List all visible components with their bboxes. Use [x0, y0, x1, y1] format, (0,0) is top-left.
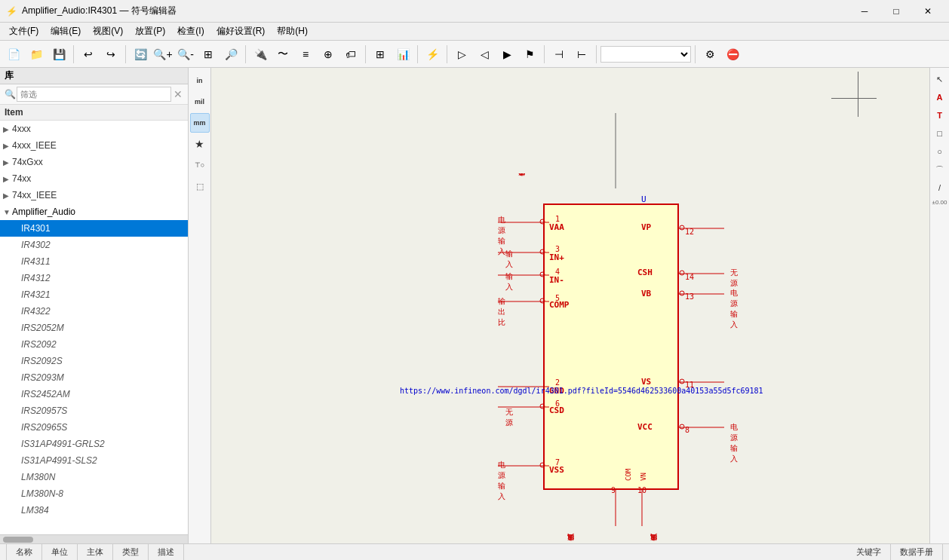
- titlebar: ⚡ Amplifier_Audio:IR4301 — 符号编辑器 ─ □ ✕: [0, 0, 949, 23]
- status-name: 名称: [6, 544, 42, 560]
- minimize-button[interactable]: ─: [849, 4, 880, 19]
- settings-button[interactable]: ⚙: [699, 44, 720, 65]
- tree-item-74xgxx[interactable]: ▶ 74xGxx: [0, 154, 188, 170]
- pin-com-name: COM: [625, 443, 632, 481]
- text-button[interactable]: A: [932, 89, 948, 106]
- close-button[interactable]: ✕: [913, 4, 943, 19]
- pin-button[interactable]: 🔌: [250, 44, 271, 65]
- tree-item-is31ap4991-sls2[interactable]: IS31AP4991-SLS2: [0, 452, 188, 469]
- pin-vb-line: [679, 293, 724, 295]
- zoom-combo[interactable]: 100% 75% 50%: [600, 46, 691, 63]
- tree-item-ir4312[interactable]: IR4312: [0, 270, 188, 286]
- menu-file[interactable]: 文件(F): [3, 23, 45, 40]
- tree-item-4xxx[interactable]: ▶ 4xxx: [0, 121, 188, 137]
- menu-place[interactable]: 放置(P): [129, 23, 171, 40]
- assign-button[interactable]: ⊢: [571, 44, 592, 65]
- search-input[interactable]: [17, 87, 171, 102]
- zoom-select-button[interactable]: 🔎: [220, 44, 241, 65]
- label-button[interactable]: 🏷: [340, 44, 361, 65]
- tree-item-irs2052m[interactable]: IRS2052M: [0, 320, 188, 336]
- arc-button[interactable]: ⌒: [932, 161, 948, 178]
- error-button[interactable]: ⛔: [722, 44, 743, 65]
- tree-item-4xxx-ieee[interactable]: ▶ 4xxx_IEEE: [0, 137, 188, 154]
- table-button[interactable]: 📊: [392, 44, 413, 65]
- zoom-out-button[interactable]: 🔍-: [175, 44, 196, 65]
- menubar: 文件(F) 编辑(E) 视图(V) 放置(P) 检查(I) 偏好设置(R) 帮助…: [0, 23, 949, 41]
- pin-bottom-label1: 入电源输出: [566, 501, 576, 543]
- refresh-button[interactable]: 🔄: [130, 44, 151, 65]
- tree-item-label: IRS20965S: [21, 422, 67, 433]
- tree-item-ir4301[interactable]: IR4301: [0, 220, 188, 237]
- zoom-in-button[interactable]: 🔍+: [152, 44, 174, 65]
- undo-button[interactable]: ↩: [78, 44, 99, 65]
- power-button[interactable]: ⚡: [422, 44, 443, 65]
- maximize-button[interactable]: □: [881, 4, 911, 19]
- clear-search-button[interactable]: ✕: [171, 87, 185, 101]
- tree-item-is31ap4991-grls2[interactable]: IS31AP4991-GRLS2: [0, 436, 188, 452]
- tree-item-irs2093m[interactable]: IRS2093M: [0, 369, 188, 386]
- line-button[interactable]: /: [932, 179, 948, 196]
- tree-item-ir4321[interactable]: IR4321: [0, 286, 188, 303]
- flag-button[interactable]: ⚑: [519, 44, 540, 65]
- tree-item-label: IRS2093M: [21, 372, 64, 383]
- tree-item-lm384[interactable]: LM384: [0, 502, 188, 519]
- tree-list[interactable]: ▶ 4xxx ▶ 4xxx_IEEE ▶ 74xGxx ▶ 74xx ▶ 74x…: [0, 121, 188, 534]
- pin-type-button[interactable]: ⊤○: [190, 155, 210, 175]
- unit-mil-button[interactable]: mil: [190, 92, 210, 112]
- pin-num-button[interactable]: ⬚: [190, 176, 210, 196]
- main-area: 库 🔍 ✕ Item ▶ 4xxx ▶ 4xxx_IEEE ▶ 74xGxx ▶: [0, 68, 949, 543]
- tree-item-ir4302[interactable]: IR4302: [0, 237, 188, 253]
- zoom-fit-button[interactable]: ⊞: [198, 44, 219, 65]
- unit-mm-button[interactable]: mm: [190, 113, 210, 133]
- tree-item-lm380n[interactable]: LM380N: [0, 469, 188, 485]
- tree-item-74xx-ieee[interactable]: ▶ 74xx_IEEE: [0, 187, 188, 203]
- tree-item-irs20957s[interactable]: IRS20957S: [0, 402, 188, 419]
- new-button[interactable]: 📄: [3, 44, 24, 65]
- tree-item-amplifier-audio[interactable]: ▼ Amplifier_Audio: [0, 203, 188, 220]
- pin-inp-name: IN+: [549, 252, 564, 262]
- status-desc: 描述: [149, 544, 184, 560]
- tree-item-label: 4xxx: [12, 124, 31, 134]
- wire-button[interactable]: 〜: [272, 44, 293, 65]
- rect-button[interactable]: □: [932, 125, 948, 142]
- pin-csh-ext-label: 无源: [730, 268, 738, 289]
- tree-item-irs20965s[interactable]: IRS20965S: [0, 419, 188, 436]
- tree-item-lm380n-8[interactable]: LM380N-8: [0, 485, 188, 502]
- sep9: [695, 45, 696, 63]
- bus-button[interactable]: ≡: [295, 44, 316, 65]
- panel-title: 库: [5, 69, 14, 82]
- unit-in-button[interactable]: in: [190, 71, 210, 90]
- tree-item-irs2092[interactable]: IRS2092: [0, 336, 188, 353]
- tree-item-ir4322[interactable]: IR4322: [0, 303, 188, 320]
- vertical-ref-line: [615, 113, 616, 188]
- circle-button[interactable]: ○: [932, 143, 948, 160]
- tree-item-ir4311[interactable]: IR4311: [0, 253, 188, 270]
- redo-button[interactable]: ↪: [100, 44, 121, 65]
- or1-button[interactable]: ▷: [451, 44, 472, 65]
- or2-button[interactable]: ◁: [474, 44, 495, 65]
- pin-vb-name: VB: [641, 289, 651, 298]
- menu-edit[interactable]: 编辑(E): [45, 23, 87, 40]
- grid-button[interactable]: ⊞: [370, 44, 391, 65]
- save-button[interactable]: 💾: [48, 44, 69, 65]
- open-button[interactable]: 📁: [26, 44, 47, 65]
- snap-button[interactable]: ★: [190, 134, 210, 154]
- ic-body: [543, 203, 679, 490]
- tree-item-irs2092s[interactable]: IRS2092S: [0, 353, 188, 369]
- arrow-button[interactable]: ▶: [496, 44, 517, 65]
- panel-hscrollbar[interactable]: [0, 534, 188, 543]
- menu-view[interactable]: 视图(V): [87, 23, 129, 40]
- text2-button[interactable]: T: [932, 107, 948, 124]
- tree-item-irs2452am[interactable]: IRS2452AM: [0, 386, 188, 402]
- titlebar-title: Amplifier_Audio:IR4301 — 符号编辑器: [22, 5, 177, 17]
- tree-item-label: Amplifier_Audio: [12, 207, 75, 217]
- tree-item-74xx[interactable]: ▶ 74xx: [0, 170, 188, 187]
- junction-button[interactable]: ⊕: [318, 44, 339, 65]
- pin-alt-button[interactable]: ⊣: [548, 44, 570, 65]
- cursor-button[interactable]: ↖: [932, 71, 948, 87]
- pin-com-line: [615, 488, 616, 526]
- menu-preferences[interactable]: 偏好设置(R): [210, 23, 272, 40]
- menu-help[interactable]: 帮助(H): [271, 23, 314, 40]
- canvas-area[interactable]: U IR4301 电源输入 1 VAA 输入 3 IN+ 输入 4 IN-: [211, 68, 929, 543]
- menu-inspect[interactable]: 检查(I): [171, 23, 210, 40]
